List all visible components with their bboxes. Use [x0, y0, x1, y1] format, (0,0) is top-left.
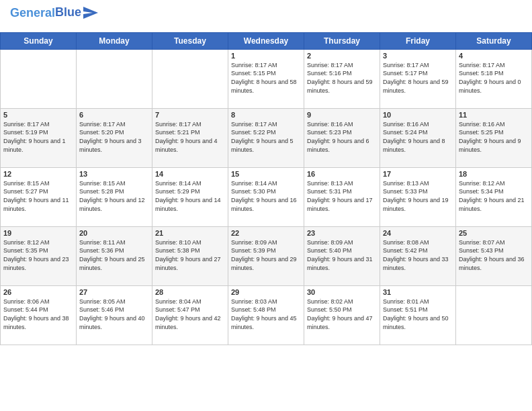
day-info: Sunrise: 8:17 AMSunset: 5:17 PMDaylight:… — [383, 61, 453, 95]
day-info: Sunrise: 8:17 AMSunset: 5:15 PMDaylight:… — [231, 61, 301, 95]
calendar-day-31: 31Sunrise: 8:01 AMSunset: 5:51 PMDayligh… — [380, 285, 456, 345]
day-info: Sunrise: 8:17 AMSunset: 5:20 PMDaylight:… — [79, 120, 149, 154]
weekday-header-friday: Friday — [380, 32, 456, 49]
day-number: 25 — [459, 229, 529, 237]
calendar-row: 19Sunrise: 8:12 AMSunset: 5:35 PMDayligh… — [1, 226, 532, 285]
day-number: 14 — [155, 170, 225, 178]
calendar-day-16: 16Sunrise: 8:13 AMSunset: 5:31 PMDayligh… — [304, 167, 380, 226]
day-number: 22 — [231, 229, 301, 237]
weekday-header-row: SundayMondayTuesdayWednesdayThursdayFrid… — [1, 32, 532, 49]
calendar-day-23: 23Sunrise: 8:09 AMSunset: 5:40 PMDayligh… — [304, 226, 380, 285]
day-info: Sunrise: 8:16 AMSunset: 5:25 PMDaylight:… — [459, 120, 529, 154]
empty-cell — [456, 285, 532, 345]
calendar-day-28: 28Sunrise: 8:04 AMSunset: 5:47 PMDayligh… — [152, 285, 228, 345]
day-number: 1 — [231, 52, 301, 60]
day-number: 2 — [307, 52, 377, 60]
day-number: 19 — [3, 229, 73, 237]
calendar-day-17: 17Sunrise: 8:13 AMSunset: 5:33 PMDayligh… — [380, 167, 456, 226]
day-info: Sunrise: 8:14 AMSunset: 5:29 PMDaylight:… — [155, 179, 225, 213]
logo-arrow-icon — [83, 7, 98, 19]
calendar-day-9: 9Sunrise: 8:16 AMSunset: 5:23 PMDaylight… — [304, 108, 380, 167]
day-number: 4 — [459, 52, 529, 60]
day-info: Sunrise: 8:03 AMSunset: 5:48 PMDaylight:… — [231, 298, 301, 331]
day-number: 27 — [79, 288, 149, 296]
day-info: Sunrise: 8:16 AMSunset: 5:23 PMDaylight:… — [307, 120, 377, 154]
day-info: Sunrise: 8:09 AMSunset: 5:39 PMDaylight:… — [231, 238, 301, 272]
logo: General Blue — [10, 7, 98, 20]
calendar-row: 26Sunrise: 8:06 AMSunset: 5:44 PMDayligh… — [1, 285, 532, 345]
weekday-header-monday: Monday — [77, 32, 152, 49]
day-info: Sunrise: 8:13 AMSunset: 5:33 PMDaylight:… — [383, 179, 453, 213]
day-number: 20 — [79, 229, 149, 237]
day-info: Sunrise: 8:12 AMSunset: 5:34 PMDaylight:… — [459, 179, 529, 213]
calendar-day-19: 19Sunrise: 8:12 AMSunset: 5:35 PMDayligh… — [1, 226, 77, 285]
day-info: Sunrise: 8:11 AMSunset: 5:36 PMDaylight:… — [79, 238, 149, 272]
day-info: Sunrise: 8:13 AMSunset: 5:31 PMDaylight:… — [307, 179, 377, 213]
day-number: 10 — [383, 111, 453, 119]
calendar-day-4: 4Sunrise: 8:17 AMSunset: 5:18 PMDaylight… — [456, 49, 532, 108]
calendar-day-6: 6Sunrise: 8:17 AMSunset: 5:20 PMDaylight… — [77, 108, 152, 167]
day-number: 9 — [307, 111, 377, 119]
day-number: 8 — [231, 111, 301, 119]
day-info: Sunrise: 8:17 AMSunset: 5:18 PMDaylight:… — [459, 61, 529, 95]
day-number: 29 — [231, 288, 301, 296]
day-info: Sunrise: 8:09 AMSunset: 5:40 PMDaylight:… — [307, 238, 377, 272]
day-number: 18 — [459, 170, 529, 178]
day-number: 12 — [3, 170, 73, 178]
day-info: Sunrise: 8:12 AMSunset: 5:35 PMDaylight:… — [3, 238, 73, 272]
day-number: 7 — [155, 111, 225, 119]
day-number: 23 — [307, 229, 377, 237]
empty-cell — [152, 49, 228, 108]
calendar-day-20: 20Sunrise: 8:11 AMSunset: 5:36 PMDayligh… — [77, 226, 152, 285]
logo-blue: Blue — [55, 5, 81, 19]
calendar-day-14: 14Sunrise: 8:14 AMSunset: 5:29 PMDayligh… — [152, 167, 228, 226]
day-info: Sunrise: 8:15 AMSunset: 5:28 PMDaylight:… — [79, 179, 149, 213]
day-info: Sunrise: 8:05 AMSunset: 5:46 PMDaylight:… — [79, 298, 149, 331]
day-info: Sunrise: 8:06 AMSunset: 5:44 PMDaylight:… — [3, 298, 73, 331]
calendar-day-7: 7Sunrise: 8:17 AMSunset: 5:21 PMDaylight… — [152, 108, 228, 167]
calendar-row: 12Sunrise: 8:15 AMSunset: 5:27 PMDayligh… — [1, 167, 532, 226]
calendar-table: SundayMondayTuesdayWednesdayThursdayFrid… — [0, 32, 532, 345]
page-header: General Blue — [10, 7, 522, 20]
day-info: Sunrise: 8:17 AMSunset: 5:16 PMDaylight:… — [307, 61, 377, 95]
day-info: Sunrise: 8:17 AMSunset: 5:22 PMDaylight:… — [231, 120, 301, 154]
calendar-row: 1Sunrise: 8:17 AMSunset: 5:15 PMDaylight… — [1, 49, 532, 108]
calendar-day-2: 2Sunrise: 8:17 AMSunset: 5:16 PMDaylight… — [304, 49, 380, 108]
day-info: Sunrise: 8:08 AMSunset: 5:42 PMDaylight:… — [383, 238, 453, 272]
day-info: Sunrise: 8:14 AMSunset: 5:30 PMDaylight:… — [231, 179, 301, 213]
calendar-body: 1Sunrise: 8:17 AMSunset: 5:15 PMDaylight… — [1, 49, 532, 345]
empty-cell — [77, 49, 152, 108]
calendar-day-21: 21Sunrise: 8:10 AMSunset: 5:38 PMDayligh… — [152, 226, 228, 285]
day-info: Sunrise: 8:02 AMSunset: 5:50 PMDaylight:… — [307, 298, 377, 331]
weekday-header-wednesday: Wednesday — [228, 32, 304, 49]
day-info: Sunrise: 8:04 AMSunset: 5:47 PMDaylight:… — [155, 298, 225, 331]
svg-marker-0 — [83, 7, 98, 19]
calendar-day-11: 11Sunrise: 8:16 AMSunset: 5:25 PMDayligh… — [456, 108, 532, 167]
logo-text: General — [10, 7, 55, 20]
day-info: Sunrise: 8:01 AMSunset: 5:51 PMDaylight:… — [383, 298, 453, 331]
calendar-day-12: 12Sunrise: 8:15 AMSunset: 5:27 PMDayligh… — [1, 167, 77, 226]
day-number: 11 — [459, 111, 529, 119]
day-number: 6 — [79, 111, 149, 119]
calendar-day-1: 1Sunrise: 8:17 AMSunset: 5:15 PMDaylight… — [228, 49, 304, 108]
calendar-day-13: 13Sunrise: 8:15 AMSunset: 5:28 PMDayligh… — [77, 167, 152, 226]
day-number: 28 — [155, 288, 225, 296]
calendar-day-26: 26Sunrise: 8:06 AMSunset: 5:44 PMDayligh… — [1, 285, 77, 345]
calendar-day-18: 18Sunrise: 8:12 AMSunset: 5:34 PMDayligh… — [456, 167, 532, 226]
calendar-day-27: 27Sunrise: 8:05 AMSunset: 5:46 PMDayligh… — [77, 285, 152, 345]
empty-cell — [1, 49, 77, 108]
calendar-row: 5Sunrise: 8:17 AMSunset: 5:19 PMDaylight… — [1, 108, 532, 167]
day-info: Sunrise: 8:07 AMSunset: 5:43 PMDaylight:… — [459, 238, 529, 272]
day-info: Sunrise: 8:17 AMSunset: 5:21 PMDaylight:… — [155, 120, 225, 154]
weekday-header-saturday: Saturday — [456, 32, 532, 49]
day-info: Sunrise: 8:16 AMSunset: 5:24 PMDaylight:… — [383, 120, 453, 154]
day-number: 17 — [383, 170, 453, 178]
day-number: 26 — [3, 288, 73, 296]
day-number: 30 — [307, 288, 377, 296]
calendar-day-8: 8Sunrise: 8:17 AMSunset: 5:22 PMDaylight… — [228, 108, 304, 167]
calendar-day-15: 15Sunrise: 8:14 AMSunset: 5:30 PMDayligh… — [228, 167, 304, 226]
calendar-day-10: 10Sunrise: 8:16 AMSunset: 5:24 PMDayligh… — [380, 108, 456, 167]
calendar-day-25: 25Sunrise: 8:07 AMSunset: 5:43 PMDayligh… — [456, 226, 532, 285]
day-info: Sunrise: 8:17 AMSunset: 5:19 PMDaylight:… — [3, 120, 73, 154]
day-number: 31 — [383, 288, 453, 296]
